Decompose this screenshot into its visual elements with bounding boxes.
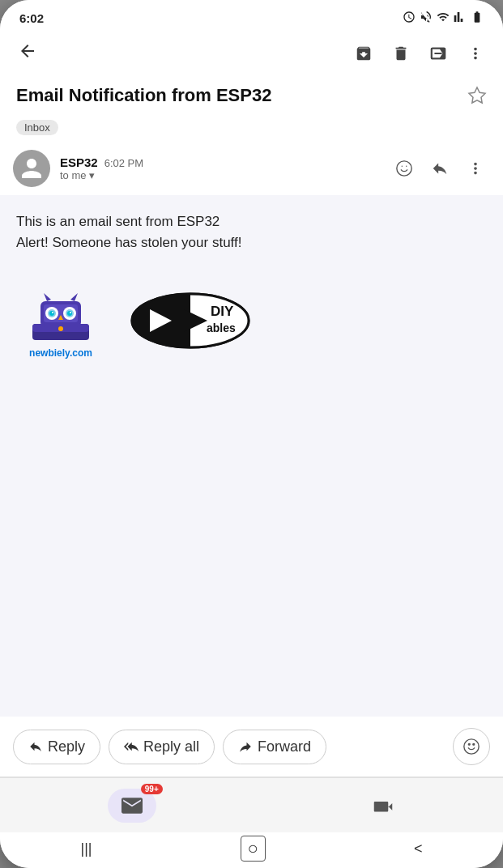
mail-icon-bg: 99+ bbox=[108, 789, 156, 823]
mail-nav-item[interactable]: 99+ bbox=[108, 789, 156, 823]
add-emoji-button[interactable] bbox=[453, 728, 490, 765]
reply-button[interactable]: Reply bbox=[13, 730, 100, 764]
svg-marker-15 bbox=[70, 293, 78, 301]
newbiely-logo: newbiely.com bbox=[24, 285, 97, 359]
inbox-badge-wrapper: Inbox bbox=[0, 117, 503, 142]
svg-point-12 bbox=[70, 312, 71, 313]
more-sender-button[interactable] bbox=[461, 154, 490, 183]
chevron-down-icon: ▾ bbox=[89, 169, 95, 181]
svg-point-11 bbox=[67, 311, 72, 316]
sender-to-label: to me bbox=[60, 169, 87, 181]
more-button[interactable] bbox=[461, 39, 490, 68]
sender-name-row: ESP32 6:02 PM bbox=[60, 155, 390, 169]
svg-text:ables: ables bbox=[207, 321, 236, 334]
reply-label: Reply bbox=[48, 738, 85, 755]
back-sys-button[interactable]: < bbox=[401, 837, 436, 861]
wifi-icon bbox=[437, 11, 450, 26]
sender-name: ESP32 bbox=[60, 155, 98, 169]
archive-button[interactable] bbox=[349, 39, 378, 68]
alarm-icon bbox=[403, 11, 416, 26]
phone-frame: 6:02 bbox=[0, 0, 503, 868]
logos-area: newbiely.com bbox=[16, 269, 487, 375]
status-bar: 6:02 bbox=[0, 0, 503, 32]
svg-marker-14 bbox=[44, 293, 51, 301]
action-bar bbox=[0, 32, 503, 74]
sender-info: ESP32 6:02 PM to me ▾ bbox=[60, 155, 390, 181]
mute-icon bbox=[420, 11, 433, 26]
diyables-svg: DIY ables bbox=[130, 291, 251, 350]
sender-time: 6:02 PM bbox=[104, 157, 143, 169]
forward-button[interactable]: Forward bbox=[223, 730, 326, 764]
action-icons-right bbox=[349, 39, 490, 68]
signal-icon bbox=[454, 11, 467, 26]
email-subject: Email Notification from ESP32 bbox=[16, 84, 459, 108]
reply-all-label: Reply all bbox=[143, 738, 199, 755]
svg-point-7 bbox=[49, 311, 54, 316]
status-time: 6:02 bbox=[19, 11, 44, 25]
label-button[interactable] bbox=[424, 39, 453, 68]
svg-point-29 bbox=[473, 743, 475, 745]
svg-point-28 bbox=[468, 743, 470, 745]
email-body: This is an email sent from ESP32Alert! S… bbox=[0, 195, 503, 717]
owl-svg bbox=[24, 285, 97, 346]
battery-icon bbox=[471, 11, 484, 26]
menu-button[interactable]: ||| bbox=[68, 837, 105, 861]
diyables-logo: DIY ables bbox=[130, 291, 251, 353]
sender-row: ESP32 6:02 PM to me ▾ bbox=[0, 142, 503, 195]
action-buttons-row: Reply Reply all Forward bbox=[0, 717, 503, 777]
svg-point-27 bbox=[464, 739, 479, 754]
svg-point-8 bbox=[52, 312, 53, 313]
sender-actions bbox=[390, 154, 490, 183]
inbox-badge: Inbox bbox=[16, 120, 58, 135]
newbiely-label: newbiely.com bbox=[29, 347, 92, 359]
email-subject-area: Email Notification from ESP32 bbox=[0, 74, 503, 117]
system-navbar: ||| ○ < bbox=[0, 832, 503, 868]
emoji-react-button[interactable] bbox=[390, 154, 419, 183]
sender-to[interactable]: to me ▾ bbox=[60, 169, 390, 181]
status-icons bbox=[403, 11, 484, 26]
email-body-text: This is an email sent from ESP32Alert! S… bbox=[16, 211, 487, 253]
svg-point-0 bbox=[397, 161, 411, 176]
delete-button[interactable] bbox=[386, 39, 416, 68]
forward-label: Forward bbox=[258, 738, 311, 755]
svg-text:DIY: DIY bbox=[211, 304, 234, 319]
reply-inline-button[interactable] bbox=[425, 154, 454, 183]
star-button[interactable] bbox=[467, 86, 487, 110]
mail-badge: 99+ bbox=[141, 784, 163, 794]
bottom-nav: 99+ bbox=[0, 777, 503, 832]
back-button[interactable] bbox=[13, 36, 42, 70]
svg-point-16 bbox=[58, 326, 63, 331]
reply-all-button[interactable]: Reply all bbox=[109, 730, 215, 764]
sender-avatar bbox=[13, 150, 50, 187]
video-nav-item[interactable] bbox=[371, 795, 395, 816]
home-button[interactable]: ○ bbox=[241, 836, 266, 862]
